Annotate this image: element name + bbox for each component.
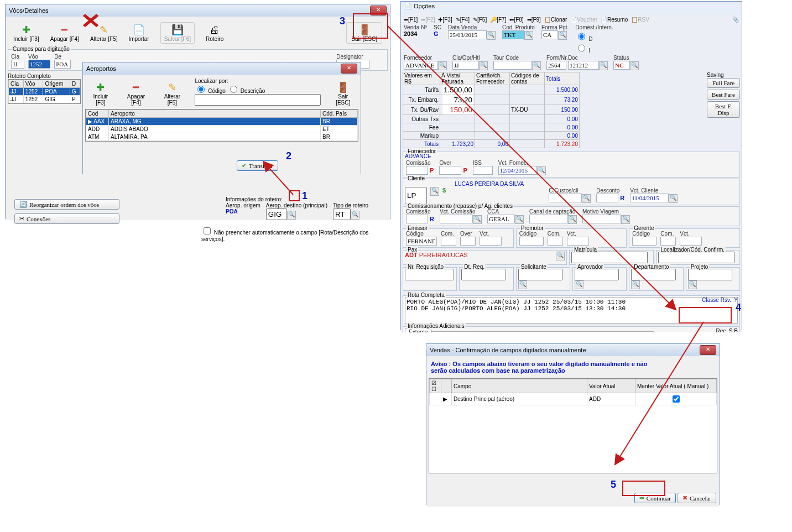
f8-button[interactable]: ⬅[F8] (509, 17, 523, 23)
f7-button[interactable]: 🔑[F7] (490, 17, 506, 23)
lookup-icon[interactable]: 🔍 (582, 194, 591, 203)
alterar-button[interactable]: ✎Alterar [F5] (159, 81, 185, 106)
tarifa-input[interactable] (442, 85, 473, 95)
lookup-icon[interactable]: 🔍 (688, 280, 697, 289)
apagar-button[interactable]: ━Apagar [F4] (123, 81, 150, 106)
vctcom-input[interactable] (440, 215, 473, 223)
comrep-input[interactable] (406, 215, 428, 223)
emover-input[interactable] (460, 237, 476, 246)
lookup-icon[interactable]: 🔍 (669, 194, 678, 203)
lookup-icon[interactable]: 🔍 (599, 61, 608, 70)
reorganizar-button[interactable]: 🔄 Reorganizar ordem dos vôos (14, 199, 119, 210)
promcom-input[interactable] (548, 237, 563, 246)
lookup-icon[interactable]: 🔍 (631, 280, 640, 289)
cca-input[interactable] (487, 215, 515, 223)
table-row[interactable]: JJ1252GIGP (9, 96, 80, 103)
fornecedor-input[interactable] (404, 61, 438, 70)
info-textarea[interactable] (431, 331, 654, 332)
de-input[interactable] (54, 60, 71, 69)
voo-input[interactable] (28, 60, 50, 69)
manter-checkbox[interactable] (673, 395, 680, 403)
lookup-icon[interactable]: 🔍 (473, 215, 482, 224)
apagar-button[interactable]: ━Apagar [F4] (50, 24, 79, 42)
codigo-radio[interactable] (197, 86, 205, 93)
status-input[interactable] (613, 61, 630, 70)
proj-input[interactable] (688, 269, 732, 280)
data-venda-input[interactable] (448, 30, 487, 39)
lookup-icon[interactable]: 🔍 (575, 280, 583, 289)
descricao-radio[interactable] (230, 86, 237, 93)
lookup-icon[interactable]: 🔍 (621, 215, 630, 224)
sair-button[interactable]: 🚪Sair [ESC] (346, 22, 382, 44)
embarq-input[interactable] (442, 95, 473, 105)
table-row[interactable]: ▶Destino Principal (aéreo)ADD (430, 393, 717, 405)
dest-input[interactable] (266, 208, 287, 220)
incluir-button[interactable]: ✚Incluir [F3] (88, 81, 113, 106)
cc-input[interactable] (549, 194, 582, 202)
fullfare-button[interactable]: Full Fare (707, 78, 740, 88)
apr-input[interactable] (575, 269, 619, 280)
com-input[interactable] (406, 166, 428, 175)
f5-button[interactable]: ✎[F5] (473, 17, 487, 23)
cia-input[interactable] (11, 60, 24, 69)
f9-button[interactable]: ➡[F9] (527, 17, 541, 23)
clonar-button[interactable]: 📋Clonar (544, 17, 567, 23)
titlebar-opcoes[interactable]: 📄 Opções (401, 2, 742, 14)
search-input[interactable] (195, 94, 321, 106)
dtreq-input[interactable] (461, 269, 506, 280)
lookup-icon[interactable]: 🔍 (568, 215, 577, 224)
matricula-input[interactable] (571, 252, 648, 263)
lookup-icon[interactable]: 🔍 (524, 31, 533, 40)
close-icon[interactable]: ✕ (700, 345, 716, 355)
clip-icon[interactable]: 📎 (732, 17, 739, 23)
form2-input[interactable] (568, 61, 599, 70)
prom-input[interactable] (519, 237, 544, 246)
emissor-input[interactable] (406, 237, 437, 246)
localizador-input[interactable] (658, 252, 734, 263)
tipo-input[interactable] (333, 208, 351, 220)
importar-button[interactable]: 📄Importar (128, 24, 149, 42)
bestfare-button[interactable]: Best Fare (707, 90, 740, 100)
f4-button[interactable]: ✎[F4] (456, 17, 470, 23)
emvct-input[interactable] (480, 237, 502, 246)
alterar-button[interactable]: ✎Alterar [F5] (90, 24, 117, 42)
gercom-input[interactable] (660, 237, 676, 246)
dom-radio[interactable] (578, 32, 585, 41)
roteiro-table[interactable]: CiaVôoOrigemD JJ1252POAG JJ1252GIGP (8, 80, 80, 103)
bestfdisp-button[interactable]: Best F. Disp (707, 101, 740, 118)
emcom-input[interactable] (441, 237, 456, 246)
table-row[interactable]: ATMALTAMIRA, PABR (86, 133, 358, 141)
incluir-button[interactable]: ✚Incluir [F3] (13, 24, 39, 42)
cancelar-button[interactable]: ✖ Cancelar (678, 493, 716, 503)
ger-input[interactable] (632, 237, 656, 246)
form1-input[interactable] (546, 61, 566, 70)
dep-input[interactable] (631, 269, 675, 280)
cia-input[interactable] (452, 61, 479, 70)
vctforn-input[interactable] (498, 166, 537, 175)
transferir-button[interactable]: ✔ Transferir (237, 160, 278, 171)
f3-button[interactable]: ✚[F3] (438, 17, 452, 23)
resumo-button[interactable]: 📄Resumo (601, 17, 628, 23)
sair-button[interactable]: 🚪Sair [ESC] (331, 81, 355, 106)
continuar-button[interactable]: ➡ Continuar (634, 493, 676, 503)
over-input[interactable] (439, 166, 461, 175)
nao-preencher-checkbox[interactable] (204, 227, 211, 234)
conexoes-button[interactable]: ✂ Conexões (14, 213, 119, 224)
aeroportos-table[interactable]: CodAeroportoCód. País ▶ AAXARAXA, MGBR A… (86, 109, 358, 141)
desc-input[interactable] (596, 194, 618, 202)
lookup-icon[interactable]: 🔍 (515, 215, 524, 224)
cliente-input[interactable] (405, 187, 427, 204)
f1-button[interactable]: ⬅[F1] (404, 17, 418, 23)
roteiro-button[interactable]: 🖨Roteiro (206, 24, 223, 42)
lookup-icon[interactable]: 🔍 (532, 61, 541, 70)
promvct-input[interactable] (567, 237, 589, 246)
close-icon[interactable]: ✕ (341, 64, 357, 74)
vctcli-input[interactable] (630, 194, 669, 202)
forma-input[interactable] (541, 30, 558, 39)
lookup-icon[interactable]: 🔍 (438, 61, 447, 70)
confirm-table[interactable]: ☑☐CampoValor AtualManter Valor Atual ( M… (429, 379, 717, 405)
produto-input[interactable] (502, 30, 524, 39)
lookup-icon[interactable]: 🔍 (537, 166, 546, 175)
rota-textarea[interactable]: PORTO ALEG(POA)/RIO DE JAN(GIG) JJ 1252 … (405, 297, 738, 324)
sol-input[interactable] (518, 269, 562, 280)
